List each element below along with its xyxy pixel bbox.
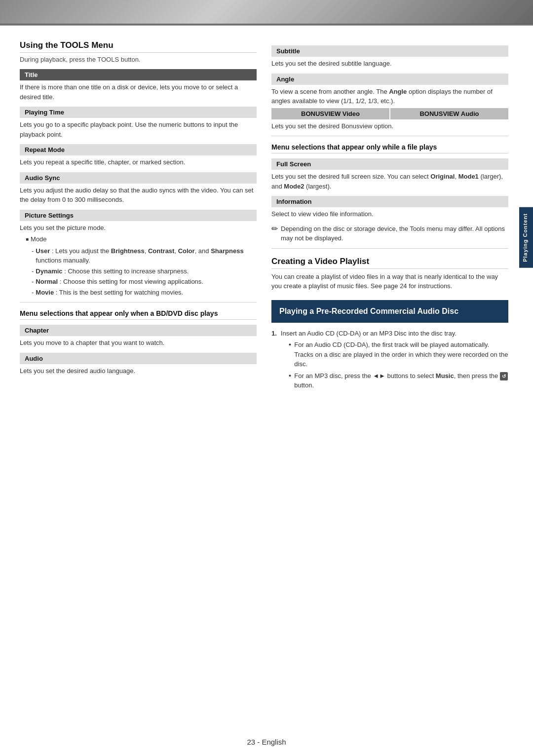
video-playlist-title: Creating a Video Playlist <box>271 257 508 269</box>
mode-movie: Movie : This is the best setting for wat… <box>32 288 257 298</box>
tools-menu-title: Using the TOOLS Menu <box>20 40 257 53</box>
mode-user: User : Lets you adjust the Brightness, C… <box>32 246 257 265</box>
divider-2 <box>271 136 508 136</box>
title-header: Title <box>20 69 257 80</box>
tools-menu-section: Using the TOOLS Menu During playback, pr… <box>20 40 257 297</box>
bonusview-body: Lets you set the desired Bonusview optio… <box>271 121 508 131</box>
tools-menu-subtitle: During playback, press the TOOLS button. <box>20 56 257 63</box>
playing-time-body: Lets you go to a specific playback point… <box>20 120 257 139</box>
item-1-content: Insert an Audio CD (CD-DA) or an MP3 Dis… <box>281 329 508 392</box>
audio-sync-header: Audio Sync <box>20 172 257 184</box>
chapter-body: Lets you move to a chapter that you want… <box>20 338 257 348</box>
full-screen-body: Lets you set the desired full screen siz… <box>271 172 508 191</box>
bullet-sub-2: For an MP3 disc, press the ◄► buttons to… <box>289 371 508 390</box>
bullet-sub-list: For an Audio CD (CD-DA), the first track… <box>289 340 508 390</box>
divider-1 <box>20 302 257 302</box>
playing-time-header: Playing Time <box>20 107 257 118</box>
note-icon: ✏ <box>271 224 278 233</box>
picture-settings-body: Lets you set the picture mode. Mode User… <box>20 223 257 298</box>
video-playlist-section: Creating a Video Playlist You can create… <box>271 257 508 291</box>
numbered-item-1: 1. Insert an Audio CD (CD-DA) or an MP3 … <box>271 329 508 392</box>
subtitle-body: Lets you set the desired subtitle langua… <box>271 59 508 69</box>
main-content: Using the TOOLS Menu During playback, pr… <box>0 26 533 411</box>
note-text: Depending on the disc or storage device,… <box>281 224 508 243</box>
angle-header: Angle <box>271 74 508 85</box>
divider-3 <box>271 248 508 249</box>
information-header: Information <box>271 196 508 207</box>
bonusview-video-cell: BONUSVIEW Video <box>271 108 390 119</box>
page-footer: 23 - English <box>0 738 533 746</box>
mode-normal: Normal : Choose this setting for most vi… <box>32 277 257 287</box>
mode-dynamic: Dynamic : Choose this setting to increas… <box>32 266 257 276</box>
repeat-mode-body: Lets you repeat a specific title, chapte… <box>20 157 257 167</box>
pre-recorded-title: Playing a Pre-Recorded Commercial Audio … <box>279 306 500 317</box>
title-body: If there is more than one title on a dis… <box>20 82 257 102</box>
audio-body: Lets you set the desired audio language. <box>20 366 257 376</box>
note-row: ✏ Depending on the disc or storage devic… <box>271 224 508 243</box>
left-column: Using the TOOLS Menu During playback, pr… <box>20 40 257 396</box>
picture-settings-header: Picture Settings <box>20 210 257 221</box>
numbered-list: 1. Insert an Audio CD (CD-DA) or an MP3 … <box>271 329 508 392</box>
pre-recorded-block: Playing a Pre-Recorded Commercial Audio … <box>271 300 508 323</box>
menu-file-section: Menu selections that appear only while a… <box>271 143 508 219</box>
bonusview-row: BONUSVIEW Video BONUSVIEW Audio <box>271 108 508 119</box>
side-tab: Playing Content <box>519 207 533 268</box>
page-number: 23 - English <box>247 738 286 746</box>
menu-bd-dvd-heading: Menu selections that appear only when a … <box>20 309 257 320</box>
angle-body: To view a scene from another angle. The … <box>271 87 508 106</box>
video-playlist-body: You can create a playlist of video files… <box>271 272 508 291</box>
return-button-icon: ↺ <box>500 372 508 380</box>
mode-label: Mode <box>26 234 257 244</box>
menu-file-heading: Menu selections that appear only while a… <box>271 143 508 153</box>
mode-list: Mode User : Lets you adjust the Brightne… <box>24 234 257 297</box>
audio-sync-body: Lets you adjust the audio delay so that … <box>20 186 257 205</box>
right-column: Subtitle Lets you set the desired subtit… <box>271 40 508 396</box>
chapter-header: Chapter <box>20 325 257 336</box>
information-body: Select to view video file information. <box>271 209 508 219</box>
full-screen-header: Full Screen <box>271 158 508 170</box>
audio-header: Audio <box>20 353 257 364</box>
subtitle-header: Subtitle <box>271 45 508 57</box>
menu-bd-dvd-section: Menu selections that appear only when a … <box>20 309 257 376</box>
top-decorative-bar <box>0 0 533 26</box>
bonusview-audio-cell: BONUSVIEW Audio <box>390 108 508 119</box>
bullet-sub-1: For an Audio CD (CD-DA), the first track… <box>289 340 508 369</box>
repeat-mode-header: Repeat Mode <box>20 144 257 155</box>
item-number-1: 1. <box>271 329 277 339</box>
